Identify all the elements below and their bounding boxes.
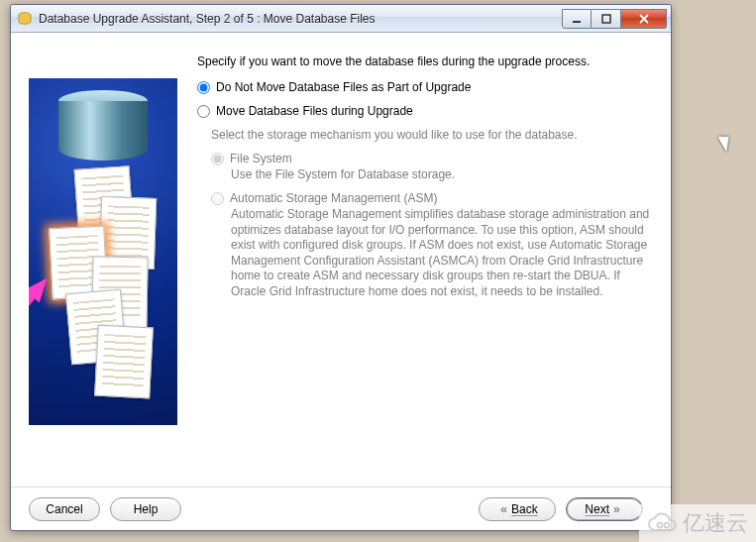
select-mechanism-text: Select the storage mechanism you would l… [211,128,653,142]
storage-options: File System Use the File System for Data… [211,152,653,300]
option-move-label: Move Database Files during Upgrade [216,104,413,118]
option-do-not-move-label: Do Not Move Database Files as Part of Up… [216,80,471,94]
content-area: Specify if you want to move the database… [11,33,671,487]
window-title: Database Upgrade Assistant, Step 2 of 5 … [39,12,562,26]
main-column: Specify if you want to move the database… [177,54,653,477]
minimize-button[interactable] [562,9,592,29]
intro-text: Specify if you want to move the database… [197,54,653,68]
window-buttons [562,9,667,29]
chevron-right-icon: » [613,502,620,516]
close-button[interactable] [621,9,667,29]
wizard-graphic [29,78,177,425]
svg-point-3 [658,523,663,528]
watermark: 亿速云 [639,504,756,542]
cancel-button[interactable]: Cancel [29,497,100,521]
app-icon [17,11,33,27]
titlebar[interactable]: Database Upgrade Assistant, Step 2 of 5 … [11,5,671,33]
radio-move[interactable] [197,105,210,118]
file-system-desc: Use the File System for Database storage… [231,167,653,181]
maximize-button[interactable] [592,9,621,29]
back-button[interactable]: « Back [479,497,556,521]
next-button[interactable]: Next » [566,497,643,521]
option-asm-label: Automatic Storage Management (ASM) [230,191,437,205]
help-button[interactable]: Help [110,497,181,521]
option-asm: Automatic Storage Management (ASM) [211,191,653,205]
radio-file-system [211,153,224,165]
option-file-system-label: File System [230,152,292,165]
radio-do-not-move[interactable] [197,81,210,94]
option-move[interactable]: Move Database Files during Upgrade [197,104,653,118]
svg-rect-1 [573,21,581,23]
option-file-system: File System [211,152,653,165]
radio-asm [211,192,224,205]
cloud-icon [647,512,679,534]
chevron-left-icon: « [500,502,507,516]
watermark-text: 亿速云 [683,508,748,538]
mouse-cursor [717,132,735,153]
close-icon [638,13,650,25]
minimize-icon [572,14,582,24]
svg-point-4 [665,523,670,528]
asm-desc: Automatic Storage Management simplifies … [231,207,653,300]
dialog-window: Database Upgrade Assistant, Step 2 of 5 … [10,4,672,531]
maximize-icon [601,14,611,24]
button-row: Cancel Help « Back Next » [11,487,671,530]
option-do-not-move[interactable]: Do Not Move Database Files as Part of Up… [197,80,653,94]
svg-rect-2 [602,15,610,23]
